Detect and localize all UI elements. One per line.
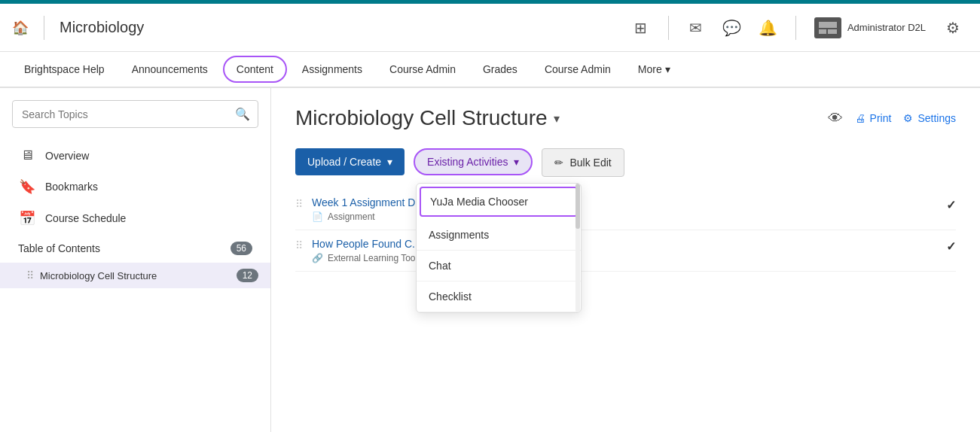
divider-2 [668,16,669,40]
item-meta-1: 📄 Assignment [312,211,937,222]
dropdown-item-yuja[interactable]: YuJa Media Chooser [420,187,578,217]
course-title: Microbiology [60,19,144,36]
svg-rect-1 [819,22,837,28]
eye-icon[interactable]: 👁 [828,110,843,127]
nav-course-admin-2[interactable]: Course Admin [533,52,623,88]
table-row: ⠿ How People Found C... 🔗 External Learn… [295,230,956,272]
item-content-2: How People Found C... 🔗 External Learnin… [312,238,937,263]
grid-icon[interactable]: ⊞ [626,13,656,43]
mail-icon[interactable]: ✉ [681,13,711,43]
svg-rect-3 [828,29,837,34]
checkmark-1: ✓ [946,196,956,212]
settings-button[interactable]: ⚙ Settings [903,112,956,124]
chevron-down-icon: ▾ [665,63,670,75]
user-name: Administrator D2L [847,22,926,33]
divider-3 [795,16,796,40]
page-title-area: Microbiology Cell Structure ▾ [295,106,560,130]
dropdown-scrollbar[interactable] [575,184,581,312]
search-input[interactable] [13,102,227,126]
calendar-icon: 📅 [18,210,36,227]
search-icon: 🔍 [235,108,250,120]
chat-bubble-icon[interactable]: 💬 [717,13,747,43]
nav-assignments[interactable]: Assignments [290,52,374,88]
overview-icon: 🖥 [18,148,36,163]
toolbar: Upload / Create ▾ Existing Activities ▾ … [295,148,956,177]
bulk-edit-icon: ✏ [554,157,563,169]
toc-item-label: Microbiology Cell Structure [40,270,230,281]
scroll-track [575,184,580,312]
item-title-1[interactable]: Week 1 Assignment D... [312,196,424,208]
nav-brightspace-help[interactable]: Brightspace Help [12,52,117,88]
sidebar: 🔍 🖥 Overview 🔖 Bookmarks 📅 Course Schedu… [0,88,271,432]
upload-label: Upload / Create [307,156,381,168]
print-icon: 🖨 [855,112,866,124]
dropdown-item-assignments[interactable]: Assignments [417,220,581,251]
main-layout: 🔍 🖥 Overview 🔖 Bookmarks 📅 Course Schedu… [0,88,980,432]
upload-create-button[interactable]: Upload / Create ▾ [295,148,405,175]
toc-item-microbiology[interactable]: ⠿ Microbiology Cell Structure 12 [0,263,270,288]
sidebar-bookmarks-label: Bookmarks [45,181,98,193]
settings-icon: ⚙ [903,112,913,124]
toc-header: Table of Contents 56 [0,234,270,263]
nav-grades[interactable]: Grades [471,52,530,88]
nav-more[interactable]: More ▾ [626,52,682,88]
existing-activities-button[interactable]: Existing Activities ▾ [414,148,533,175]
search-button[interactable]: 🔍 [227,101,258,127]
svg-rect-2 [819,29,826,34]
search-box: 🔍 [12,100,258,128]
sidebar-item-overview[interactable]: 🖥 Overview [0,140,270,171]
nav-content[interactable]: Content [223,56,287,83]
bulk-edit-button[interactable]: ✏ Bulk Edit [542,148,624,177]
home-icon[interactable]: 🏠 [12,20,29,36]
drag-handle-icon: ⠿ [26,269,34,281]
item-content-1: Week 1 Assignment D... 📄 Assignment [312,196,937,222]
nav-announcements[interactable]: Announcements [120,52,220,88]
top-bar-right: ⊞ ✉ 💬 🔔 Administrator D2L ⚙ [626,13,968,43]
bulk-label: Bulk Edit [569,157,611,169]
divider-1 [44,16,44,40]
drag-handle-icon: ⠿ [295,196,303,210]
sidebar-overview-label: Overview [45,150,89,162]
user-area[interactable]: Administrator D2L [808,14,932,41]
existing-activities-dropdown: YuJa Media Chooser Assignments Chat Chec… [416,183,582,313]
assignment-icon-1: 📄 [312,211,323,222]
top-bar: 🏠 Microbiology ⊞ ✉ 💬 🔔 Administrator D2L… [0,4,980,52]
avatar [814,17,841,38]
drag-handle-icon: ⠿ [295,238,303,251]
content-header: Microbiology Cell Structure ▾ 👁 🖨 Print … [295,106,956,130]
external-tool-icon-2: 🔗 [312,253,323,263]
settings-gear-icon[interactable]: ⚙ [938,13,968,43]
toc-label: Table of Contents [18,242,100,254]
sidebar-item-schedule[interactable]: 📅 Course Schedule [0,202,270,234]
upload-chevron-icon: ▾ [387,156,392,168]
item-meta-2: 🔗 External Learning Tool [312,253,937,263]
sidebar-schedule-label: Course Schedule [45,212,126,224]
main-content: Microbiology Cell Structure ▾ 👁 🖨 Print … [271,88,980,432]
top-bar-left: 🏠 Microbiology [12,16,626,40]
toc-count-badge: 56 [230,242,252,255]
scroll-thumb [575,184,580,229]
title-chevron-down-icon[interactable]: ▾ [554,111,560,126]
bell-icon[interactable]: 🔔 [753,13,783,43]
print-button[interactable]: 🖨 Print [855,112,892,124]
nav-course-admin[interactable]: Course Admin [377,52,468,88]
checkmark-2: ✓ [946,238,956,254]
sidebar-item-bookmarks[interactable]: 🔖 Bookmarks [0,171,270,202]
dropdown-item-checklist[interactable]: Checklist [417,281,581,312]
header-actions: 👁 🖨 Print ⚙ Settings [828,110,956,127]
toc-item-count-badge: 12 [237,269,258,282]
existing-label: Existing Activities [427,156,508,168]
bookmark-icon: 🔖 [18,178,36,195]
table-row: ⠿ Week 1 Assignment D... 📄 Assignment ✓ [295,189,956,230]
dropdown-item-chat[interactable]: Chat [417,251,581,281]
nav-bar: Brightspace Help Announcements Content A… [0,52,980,88]
item-title-2[interactable]: How People Found C... [312,238,421,250]
content-list: ⠿ Week 1 Assignment D... 📄 Assignment ✓ … [295,189,956,272]
page-title: Microbiology Cell Structure [295,106,548,130]
existing-chevron-icon: ▾ [514,156,519,168]
